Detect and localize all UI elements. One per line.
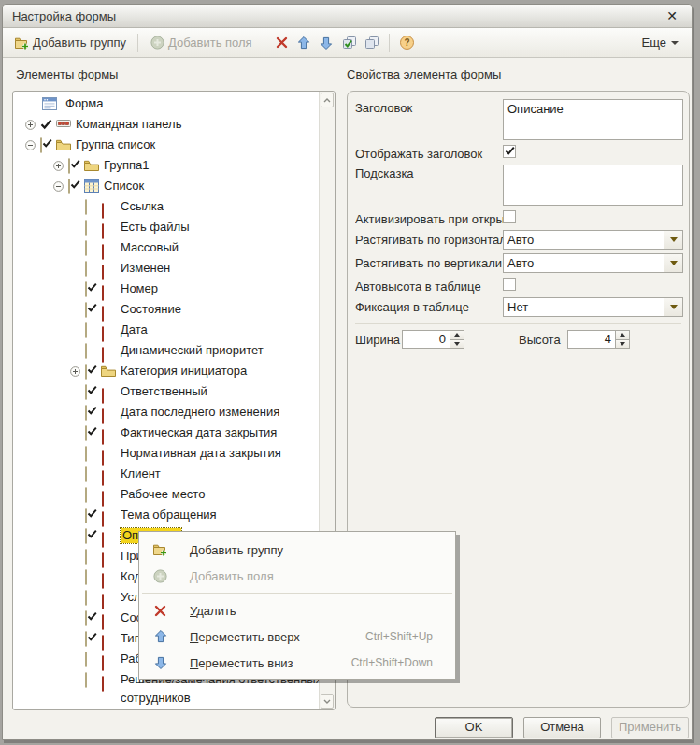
tree-item[interactable]: Изменен: [13, 258, 320, 279]
tree-item[interactable]: Ответственный: [13, 381, 320, 402]
fix-in-table-select[interactable]: Нет: [503, 297, 683, 317]
stretch-horizontal-select[interactable]: Авто: [503, 230, 683, 250]
expander-minus-icon[interactable]: [25, 139, 36, 153]
activate-on-open-checkbox[interactable]: [503, 210, 516, 223]
spinner-down-icon[interactable]: [450, 340, 464, 350]
tooltip-input[interactable]: [503, 165, 683, 206]
tree-item[interactable]: Ссылка: [13, 196, 320, 217]
tree-checkbox[interactable]: [85, 282, 87, 296]
tree-item[interactable]: Группа список: [13, 135, 320, 155]
tree-item[interactable]: Форма: [13, 93, 320, 114]
tree-item[interactable]: Фактическая дата закрытия: [13, 423, 320, 443]
tree-item[interactable]: Массовый: [13, 237, 320, 258]
tree-checkbox[interactable]: [85, 221, 87, 235]
tree-item[interactable]: Номер: [13, 279, 320, 299]
scroll-down-icon[interactable]: [321, 694, 334, 709]
tree-checkbox[interactable]: [85, 509, 87, 523]
auto-height-checkbox[interactable]: [503, 278, 516, 291]
move-down-icon[interactable]: [319, 35, 335, 50]
close-icon[interactable]: ✕: [664, 7, 680, 24]
expander-plus-icon[interactable]: [53, 160, 64, 174]
tree-checkbox[interactable]: [85, 673, 87, 687]
check-all-icon[interactable]: [341, 35, 357, 50]
height-spinner[interactable]: 4: [567, 330, 630, 349]
menu-delete[interactable]: Удалить: [139, 597, 455, 623]
dropdown-arrow-icon[interactable]: [664, 254, 682, 272]
tree-item-label: Состояние: [121, 302, 181, 316]
tree-checkbox[interactable]: [68, 159, 70, 173]
spinner-down-icon[interactable]: [616, 340, 630, 350]
tree-item[interactable]: Группа1: [13, 155, 320, 176]
tree-checkbox[interactable]: [85, 591, 87, 605]
tree-item[interactable]: Дата последнего изменения: [13, 402, 320, 423]
menu-shortcut: Ctrl+Shift+Up: [365, 630, 442, 643]
tree-item[interactable]: Список: [13, 176, 320, 196]
tree-checkbox[interactable]: [85, 385, 87, 399]
show-title-checkbox[interactable]: [503, 145, 516, 158]
tree-checkbox[interactable]: [85, 365, 87, 379]
title-bar[interactable]: Настройка формы ✕: [3, 5, 692, 28]
tree-checkbox[interactable]: [85, 529, 87, 543]
tree-checkbox[interactable]: [85, 241, 87, 255]
menu-move-up[interactable]: Переместить вверхCtrl+Shift+Up: [139, 623, 455, 650]
context-menu: Добавить группуДобавить поляУдалитьПерем…: [138, 531, 456, 680]
tree-item[interactable]: Тема обращения: [13, 505, 320, 525]
apply-button[interactable]: Применить: [611, 717, 689, 738]
tree-checkbox[interactable]: [85, 447, 87, 461]
expander-plus-icon[interactable]: [25, 119, 36, 133]
tree-checkbox[interactable]: [85, 652, 87, 666]
tree-checkbox[interactable]: [85, 323, 87, 337]
tree-checkbox[interactable]: [85, 467, 87, 481]
spinner-value[interactable]: 0: [402, 330, 450, 349]
tree-checkbox[interactable]: [85, 344, 87, 358]
menu-add-group[interactable]: Добавить группу: [139, 537, 455, 563]
tree-checkbox[interactable]: [85, 488, 87, 502]
uncheck-all-icon[interactable]: [364, 35, 379, 50]
menu-add-fields[interactable]: Добавить поля: [139, 563, 455, 589]
tree-item[interactable]: Рабочее место: [13, 484, 320, 505]
ok-button[interactable]: OK: [435, 717, 513, 738]
move-up-icon[interactable]: [296, 35, 312, 50]
tree-checkbox[interactable]: [68, 179, 70, 193]
add-group-button[interactable]: Добавить группу: [12, 33, 128, 52]
tree-item[interactable]: Дата: [13, 320, 320, 340]
tree-checkbox[interactable]: [85, 262, 87, 276]
tree-checkbox[interactable]: [85, 200, 87, 214]
expander-plus-icon[interactable]: [70, 365, 80, 380]
more-button[interactable]: Еще: [642, 36, 682, 50]
tree-item[interactable]: Клиент: [13, 464, 320, 484]
tree-checkbox[interactable]: [85, 303, 87, 317]
dropdown-arrow-icon[interactable]: [664, 298, 682, 316]
tree-item[interactable]: Состояние: [13, 299, 320, 320]
title-input[interactable]: Описание: [503, 99, 683, 140]
tree-checkbox[interactable]: [85, 570, 87, 584]
spinner-up-icon[interactable]: [450, 330, 464, 340]
tree-checkbox[interactable]: [85, 611, 87, 625]
tree-checkbox[interactable]: [85, 632, 87, 646]
cancel-button[interactable]: Отмена: [523, 717, 601, 738]
spinner-value[interactable]: 4: [567, 330, 616, 349]
folder-icon: [84, 159, 99, 174]
field-dash-icon: [102, 430, 104, 444]
field-dash-icon: [102, 389, 104, 403]
tree-checkbox[interactable]: [85, 406, 87, 420]
tree-item[interactable]: Динамический приоритет: [13, 340, 320, 361]
tree-item[interactable]: Есть файлы: [13, 217, 320, 237]
spinner-up-icon[interactable]: [616, 330, 630, 340]
help-icon[interactable]: ?: [399, 35, 415, 50]
property-row: Растягивать по горизонталАвто: [355, 230, 683, 250]
dropdown-arrow-icon[interactable]: [664, 231, 682, 249]
delete-icon[interactable]: [274, 35, 290, 50]
tree-item[interactable]: Командная панель: [13, 114, 320, 135]
tree-checkbox[interactable]: [85, 426, 87, 440]
add-fields-button[interactable]: Добавить поля: [148, 33, 254, 52]
width-spinner[interactable]: 0: [402, 330, 464, 349]
scroll-up-icon[interactable]: [321, 93, 334, 107]
stretch-vertical-select[interactable]: Авто: [503, 253, 683, 273]
tree-item[interactable]: Категория инициатора: [13, 361, 320, 381]
menu-move-down[interactable]: Переместить внизCtrl+Shift+Down: [139, 650, 455, 676]
tree-item[interactable]: Нормативная дата закрытия: [13, 443, 320, 464]
tree-checkbox[interactable]: [40, 138, 42, 152]
tree-checkbox[interactable]: [85, 550, 87, 564]
expander-minus-icon[interactable]: [53, 180, 64, 194]
